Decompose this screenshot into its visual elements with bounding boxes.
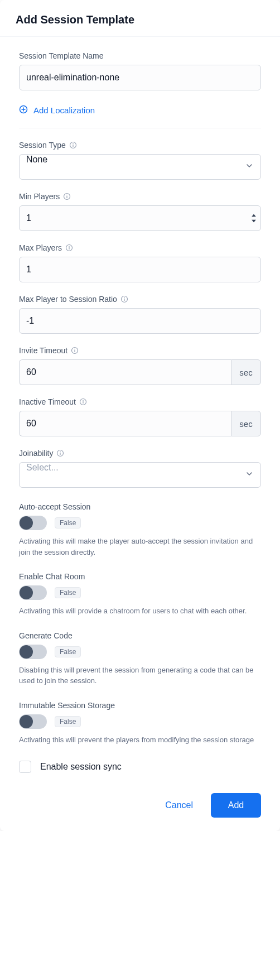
svg-rect-6 <box>67 196 67 198</box>
info-icon[interactable] <box>71 347 79 354</box>
field-invite-timeout: Invite Timeout sec <box>19 346 261 385</box>
field-joinability: Joinability Select... <box>19 449 261 488</box>
modal-title: Add Session Template <box>16 13 264 26</box>
label-chat-room: Enable Chat Room <box>19 572 261 581</box>
label-session-template-name: Session Template Name <box>19 51 103 60</box>
chat-room-badge: False <box>55 587 81 598</box>
auto-accept-help: Activating this will make the player aut… <box>19 536 261 558</box>
generate-code-help: Disabling this will prevent the session … <box>19 665 261 686</box>
plus-circle-icon <box>19 105 28 116</box>
label-session-type: Session Type <box>19 141 66 150</box>
add-localization-button[interactable]: Add Localization <box>19 105 261 128</box>
field-session-sync: Enable session sync <box>19 761 261 773</box>
generate-code-badge: False <box>55 646 81 657</box>
field-session-type: Session Type None <box>19 141 261 180</box>
min-players-step-down[interactable] <box>250 219 258 224</box>
label-immutable-storage: Immutable Session Storage <box>19 701 261 710</box>
max-ratio-input[interactable] <box>19 308 261 334</box>
min-players-step-up[interactable] <box>250 213 258 218</box>
svg-point-8 <box>69 246 70 247</box>
svg-point-5 <box>66 195 67 196</box>
modal-footer: Cancel Add <box>0 773 280 831</box>
info-icon[interactable] <box>56 449 64 457</box>
joinability-placeholder: Select... <box>26 463 59 472</box>
inactive-timeout-input[interactable] <box>19 411 231 436</box>
svg-rect-3 <box>73 145 73 147</box>
field-max-players: Max Players <box>19 243 261 282</box>
svg-point-11 <box>124 297 125 299</box>
invite-timeout-unit: sec <box>231 359 261 385</box>
svg-point-2 <box>73 143 74 145</box>
info-icon[interactable] <box>69 141 77 149</box>
immutable-storage-toggle[interactable] <box>19 714 47 729</box>
generate-code-toggle[interactable] <box>19 645 47 659</box>
info-icon[interactable] <box>120 295 128 303</box>
session-type-value: None <box>26 155 47 164</box>
label-joinability: Joinability <box>19 449 53 458</box>
field-max-ratio: Max Player to Session Ratio <box>19 295 261 334</box>
svg-rect-15 <box>75 350 75 352</box>
field-session-template-name: Session Template Name <box>19 51 261 90</box>
modal-header: Add Session Template <box>0 0 280 37</box>
modal-body: Session Template Name Add Localization S… <box>0 37 280 773</box>
session-sync-label: Enable session sync <box>40 762 122 772</box>
svg-rect-9 <box>69 247 69 249</box>
immutable-storage-badge: False <box>55 716 81 727</box>
add-button[interactable]: Add <box>211 793 261 818</box>
add-localization-label: Add Localization <box>33 105 95 115</box>
svg-point-20 <box>60 451 61 453</box>
info-icon[interactable] <box>79 398 87 406</box>
svg-point-17 <box>83 400 84 401</box>
label-max-players: Max Players <box>19 243 62 252</box>
label-inactive-timeout: Inactive Timeout <box>19 397 76 406</box>
label-min-players: Min Players <box>19 192 60 201</box>
svg-rect-21 <box>60 453 61 455</box>
svg-point-14 <box>74 349 75 350</box>
min-players-input[interactable] <box>19 205 261 231</box>
add-session-template-modal: Add Session Template Session Template Na… <box>0 0 280 831</box>
info-icon[interactable] <box>63 193 71 200</box>
label-max-ratio: Max Player to Session Ratio <box>19 295 117 304</box>
svg-rect-12 <box>124 299 124 301</box>
label-auto-accept: Auto-accept Session <box>19 502 261 511</box>
label-invite-timeout: Invite Timeout <box>19 346 67 355</box>
auto-accept-toggle[interactable] <box>19 516 47 530</box>
max-players-input[interactable] <box>19 257 261 282</box>
field-min-players: Min Players <box>19 192 261 231</box>
session-type-select[interactable]: None <box>19 154 261 180</box>
immutable-storage-help: Activating this will prevent the players… <box>19 734 261 746</box>
info-icon[interactable] <box>65 244 73 252</box>
label-generate-code: Generate Code <box>19 631 261 640</box>
invite-timeout-input[interactable] <box>19 359 231 385</box>
chat-room-help: Activating this will provide a chatroom … <box>19 606 261 617</box>
inactive-timeout-unit: sec <box>231 411 261 436</box>
cancel-button[interactable]: Cancel <box>154 793 204 818</box>
chat-room-toggle[interactable] <box>19 585 47 600</box>
svg-rect-18 <box>83 401 83 403</box>
auto-accept-badge: False <box>55 517 81 529</box>
joinability-select[interactable]: Select... <box>19 462 261 488</box>
session-sync-checkbox[interactable] <box>19 761 31 773</box>
field-inactive-timeout: Inactive Timeout sec <box>19 397 261 436</box>
session-template-name-input[interactable] <box>19 65 261 90</box>
